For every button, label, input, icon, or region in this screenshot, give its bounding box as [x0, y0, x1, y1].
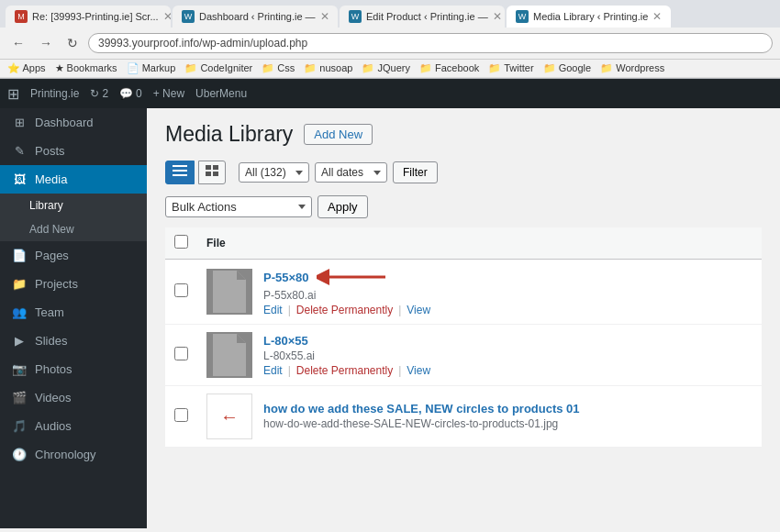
pages-icon: 📄	[11, 249, 28, 262]
row-file-cell-1: P-55×80	[197, 260, 762, 325]
row-checkbox-2[interactable]	[174, 347, 188, 360]
bookmark-css[interactable]: 📁 Css	[262, 62, 295, 74]
chronology-icon: 🕐	[11, 448, 28, 461]
file-name-link-2[interactable]: L-80×55	[263, 334, 308, 348]
file-name-link-1[interactable]: P-55×80	[263, 271, 309, 284]
row-file-cell-2: L-80×55 L-80x55.ai Edit | Delete Permane…	[197, 325, 762, 386]
topbar-site-label: Printing.ie	[30, 87, 79, 100]
tab-edit-product-close[interactable]: ✕	[493, 10, 502, 23]
back-button[interactable]: ←	[7, 34, 29, 52]
sidebar-item-audios-label: Audios	[35, 419, 72, 433]
sidebar-item-posts-label: Posts	[35, 144, 65, 158]
bookmark-facebook[interactable]: 📁 Facebook	[419, 62, 479, 74]
edit-link-1[interactable]: Edit	[263, 304, 283, 316]
tab-dashboard-close[interactable]: ✕	[320, 10, 329, 23]
tab-dashboard[interactable]: W Dashboard ‹ Printing.ie — ✕	[173, 6, 338, 28]
address-bar[interactable]	[88, 33, 773, 53]
bulk-actions-select[interactable]: Bulk Actions	[165, 196, 312, 217]
gmail-favicon: M	[15, 10, 28, 23]
bookmark-google[interactable]: 📁 Google	[543, 62, 592, 74]
reload-button[interactable]: ↻	[62, 34, 83, 52]
file-row-3: ← how do we add these SALE, NEW circles …	[206, 393, 752, 439]
wp-topbar: ⊞ Printing.ie ↻ 2 💬 0 + New UberMenu	[0, 79, 780, 108]
svg-marker-12	[237, 334, 246, 343]
sidebar-item-team[interactable]: 👥 Team	[0, 298, 147, 327]
file-thumb-3: ←	[206, 393, 252, 439]
tab-edit-product[interactable]: W Edit Product ‹ Printing.ie — ✕	[340, 6, 505, 28]
page-header: Media Library Add New	[165, 122, 762, 147]
row-checkbox-cell-3	[165, 386, 197, 448]
bookmark-twitter[interactable]: 📁 Twitter	[488, 62, 533, 74]
tab-edit-product-label: Edit Product ‹ Printing.ie —	[366, 11, 488, 22]
sidebar-item-audios[interactable]: 🎵 Audios	[0, 412, 147, 440]
file-name-link-3[interactable]: how do we add these SALE, NEW circles to…	[263, 402, 580, 416]
filter-button[interactable]: Filter	[393, 161, 438, 183]
delete-link-2[interactable]: Delete Permanently	[296, 364, 393, 377]
wp-favicon-3: W	[516, 10, 529, 23]
dates-filter-select[interactable]: All dates	[315, 162, 387, 183]
list-view-button[interactable]	[165, 161, 195, 184]
view-link-2[interactable]: View	[407, 364, 430, 377]
sep-1b: |	[398, 304, 401, 316]
bookmark-nusoap[interactable]: 📁 nusoap	[304, 62, 352, 74]
file-info-2: L-80×55 L-80x55.ai Edit | Delete Permane…	[263, 334, 752, 377]
row-checkbox-1[interactable]	[174, 283, 188, 297]
sidebar-item-pages[interactable]: 📄 Pages	[0, 241, 147, 270]
sidebar-item-dashboard[interactable]: ⊞ Dashboard	[0, 108, 147, 137]
sidebar-item-photos[interactable]: 📷 Photos	[0, 355, 147, 383]
all-filter-select[interactable]: All (132)	[239, 162, 309, 183]
doc-icon-2	[213, 334, 246, 376]
row-checkbox-cell-2	[165, 325, 197, 386]
topbar-ubermenu[interactable]: UberMenu	[195, 87, 247, 100]
sidebar-item-videos[interactable]: 🎬 Videos	[0, 383, 147, 412]
sidebar: ⊞ Dashboard ✎ Posts 🖼 Media Library Add …	[0, 108, 147, 528]
edit-link-2[interactable]: Edit	[263, 364, 283, 377]
grid-view-button[interactable]	[198, 161, 226, 184]
tab-gmail-close[interactable]: ✕	[163, 10, 171, 23]
image-arrow-icon: ←	[220, 406, 239, 427]
bookmark-markup[interactable]: 📄 Markup	[127, 62, 176, 74]
select-all-checkbox[interactable]	[174, 235, 188, 249]
bookmark-wordpress[interactable]: 📁 Wordpress	[600, 62, 664, 74]
page-title: Media Library	[165, 122, 293, 147]
table-row: P-55×80	[165, 260, 762, 325]
bookmark-codeigniter[interactable]: 📁 CodeIgniter	[184, 62, 252, 74]
table-row: L-80×55 L-80x55.ai Edit | Delete Permane…	[165, 325, 762, 386]
tab-dashboard-label: Dashboard ‹ Printing.ie —	[199, 11, 316, 22]
svg-rect-4	[213, 165, 218, 170]
tab-gmail[interactable]: M Re: [39993-Printing.ie] Scr... ✕	[6, 6, 171, 28]
topbar-site-name[interactable]: Printing.ie	[30, 87, 79, 100]
sidebar-item-chronology[interactable]: 🕐 Chronology	[0, 440, 147, 469]
slides-icon: ▶	[11, 334, 28, 348]
add-new-button[interactable]: Add New	[304, 124, 373, 145]
bookmark-bookmarks[interactable]: ★ Bookmarks	[55, 62, 117, 74]
topbar-new[interactable]: + New	[153, 87, 184, 100]
file-actions-1: Edit | Delete Permanently | View	[263, 304, 752, 316]
sidebar-item-slides[interactable]: ▶ Slides	[0, 327, 147, 355]
doc-icon-1	[213, 271, 246, 313]
forward-button[interactable]: →	[35, 34, 57, 52]
view-link-1[interactable]: View	[407, 304, 430, 316]
sidebar-item-posts[interactable]: ✎ Posts	[0, 137, 147, 165]
view-toggle	[165, 161, 226, 184]
sidebar-item-projects[interactable]: 📁 Projects	[0, 270, 147, 298]
sidebar-item-projects-label: Projects	[35, 277, 78, 291]
bookmark-apps[interactable]: ⭐ Apps	[7, 62, 46, 74]
sidebar-sub-add-new[interactable]: Add New	[0, 217, 147, 241]
delete-link-1[interactable]: Delete Permanently	[296, 304, 393, 316]
sidebar-item-media[interactable]: 🖼 Media	[0, 165, 147, 194]
sidebar-item-pages-label: Pages	[35, 249, 69, 262]
svg-rect-1	[173, 170, 187, 172]
topbar-updates[interactable]: ↻ 2	[90, 87, 108, 100]
tab-media-library-close[interactable]: ✕	[652, 10, 662, 23]
wp-logo-icon[interactable]: ⊞	[7, 85, 19, 103]
tab-media-library[interactable]: W Media Library ‹ Printing.ie ✕	[507, 6, 671, 28]
row-checkbox-3[interactable]	[174, 408, 188, 422]
sidebar-item-dashboard-label: Dashboard	[35, 116, 94, 129]
bookmark-jquery[interactable]: 📁 JQuery	[362, 62, 410, 74]
browser-chrome: M Re: [39993-Printing.ie] Scr... ✕ W Das…	[0, 0, 780, 79]
grid-view-icon	[206, 165, 218, 177]
apply-button[interactable]: Apply	[318, 195, 368, 218]
sidebar-sub-library[interactable]: Library	[0, 194, 147, 217]
topbar-comments[interactable]: 💬 0	[119, 87, 142, 100]
